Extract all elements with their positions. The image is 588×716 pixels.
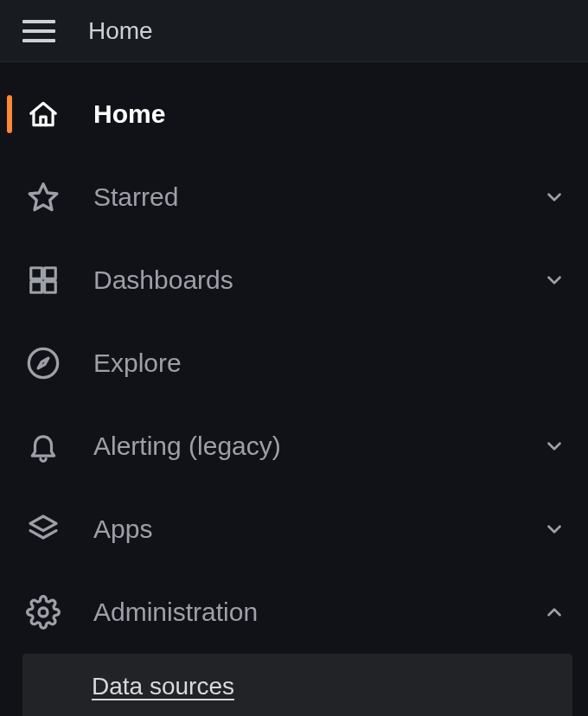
chevron-down-icon (543, 186, 566, 208)
sidebar-item-label: Explore (93, 348, 566, 378)
gear-icon (26, 595, 61, 630)
svg-point-5 (29, 348, 57, 377)
sidebar-item-label: Administration (93, 598, 510, 627)
sidebar-item-alerting[interactable]: Alerting (legacy) (0, 405, 588, 488)
svg-rect-4 (45, 282, 56, 293)
hamburger-menu-button[interactable] (22, 14, 57, 48)
layers-icon (26, 512, 61, 547)
svg-rect-1 (31, 268, 42, 279)
sidebar-subitem-data-sources[interactable]: Data sources (22, 654, 572, 716)
breadcrumb-title[interactable]: Home (88, 17, 153, 45)
sidebar-subitem-label: Data sources (92, 673, 234, 700)
active-indicator (7, 95, 12, 133)
grid-icon (26, 263, 61, 297)
bell-icon (26, 429, 61, 463)
svg-rect-2 (45, 268, 56, 279)
chevron-down-icon (543, 435, 566, 457)
sidebar-item-label: Dashboards (93, 265, 510, 295)
chevron-up-icon (543, 601, 566, 623)
compass-icon (26, 346, 61, 380)
svg-marker-0 (29, 184, 57, 210)
sidebar-item-administration[interactable]: Administration (0, 571, 588, 654)
sidebar-item-apps[interactable]: Apps (0, 488, 588, 571)
sidebar-item-label: Alerting (legacy) (93, 432, 510, 461)
star-icon (26, 180, 61, 214)
sidebar-item-explore[interactable]: Explore (0, 322, 588, 405)
svg-point-8 (39, 608, 48, 617)
topbar: Home (0, 0, 588, 62)
sidebar-item-dashboards[interactable]: Dashboards (0, 239, 588, 322)
chevron-down-icon (543, 518, 566, 540)
sidebar-nav: Home Starred Dashboards (0, 62, 588, 716)
sidebar-item-label: Starred (93, 182, 510, 212)
svg-marker-7 (30, 516, 56, 531)
sidebar-item-starred[interactable]: Starred (0, 156, 588, 239)
svg-rect-3 (31, 282, 42, 293)
sidebar-item-label: Home (93, 99, 566, 129)
home-icon (26, 97, 61, 131)
svg-marker-6 (38, 358, 48, 368)
sidebar-item-label: Apps (93, 515, 510, 544)
chevron-down-icon (543, 269, 566, 291)
sidebar-item-home[interactable]: Home (0, 73, 588, 156)
